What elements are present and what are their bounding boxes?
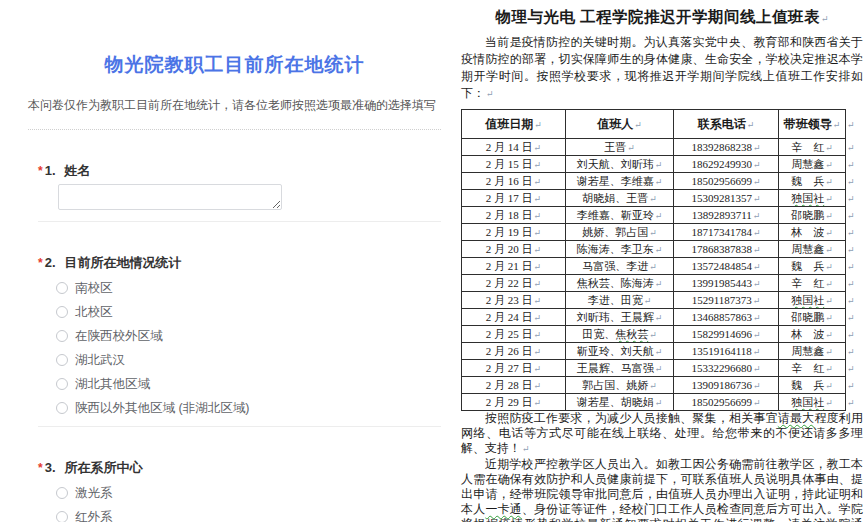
paragraph-mark-icon: ↵ bbox=[534, 398, 542, 408]
duty-date-cell: 2 月 22 日↵ bbox=[462, 275, 566, 292]
section-divider bbox=[38, 426, 441, 427]
paragraph-mark-icon: ↵ bbox=[753, 228, 761, 238]
paragraph-mark-icon: ↵ bbox=[753, 381, 761, 391]
paragraph-mark-icon: ↵ bbox=[825, 228, 833, 238]
paragraph-mark-icon: ↵ bbox=[649, 194, 657, 204]
phone-cell: 15291187373↵ bbox=[674, 292, 779, 309]
paragraph-mark-icon: ↵ bbox=[753, 160, 761, 170]
row-end-mark: ↵ bbox=[846, 110, 860, 139]
text-run: 靳亚玲、刘天航 bbox=[577, 345, 654, 357]
duty-date: 2 月 28 日 bbox=[486, 379, 533, 391]
row-end-mark: ↵ bbox=[846, 326, 860, 343]
duty-row: 2 月 21 日↵马富强、李进↵13572484854↵魏 兵↵↵ bbox=[462, 258, 860, 275]
answer-textarea[interactable] bbox=[58, 184, 282, 210]
duty-date-cell: 2 月 29 日↵ bbox=[462, 394, 566, 411]
text-run: 姚娇、郭占国 bbox=[582, 226, 648, 238]
doc-paragraphs-bottom: 按照防疫工作要求，为减少人员接触、聚集，相关事宜请最大程度利用网络、电话等方式尽… bbox=[461, 411, 863, 522]
leader-cell: 魏 兵↵ bbox=[779, 258, 846, 275]
survey-form-panel: 物光院教职工目前所在地统计 本问卷仅作为教职工目前所在地统计，请各位老师按照选项… bbox=[0, 0, 455, 522]
paragraph-mark-icon: ↵ bbox=[825, 160, 833, 170]
row-end-mark: ↵ bbox=[846, 241, 860, 258]
text-run: 周慧鑫 bbox=[791, 243, 824, 255]
phone-number: 17868387838 bbox=[691, 243, 752, 255]
paragraph-mark-icon: ↵ bbox=[753, 143, 761, 153]
text-run: 周慧鑫 bbox=[791, 345, 824, 357]
paragraph-mark-icon: ↵ bbox=[655, 177, 663, 187]
paragraph-mark-icon: ↵ bbox=[534, 313, 542, 323]
duty-date-cell: 2 月 17 日↵ bbox=[462, 190, 566, 207]
form-intro: 本问卷仅作为教职工目前所在地统计，请各位老师按照选项最准确的选择填写 bbox=[28, 97, 441, 113]
duty-row: 2 月 23 日↵李进、田宽↵15291187373↵独国社↵↵ bbox=[462, 292, 860, 309]
text-run: 独国社 bbox=[791, 192, 824, 204]
duty-row: 2 月 16 日↵谢若星、李维嘉↵18502956699↵魏 兵↵↵ bbox=[462, 173, 860, 190]
table-header-row: 值班日期↵值班人↵联系电话↵带班领导↵↵ bbox=[462, 110, 860, 139]
paragraph-mark-icon: ↵ bbox=[753, 177, 761, 187]
phone-number: 18502956699 bbox=[691, 396, 752, 408]
radio-option[interactable]: 湖北武汉 bbox=[56, 353, 441, 367]
paragraph-mark-icon: ↵ bbox=[821, 14, 829, 24]
paragraph-mark-icon: ↵ bbox=[825, 211, 833, 221]
row-end-mark: ↵ bbox=[846, 292, 860, 309]
table-header-cell: 带班领导↵ bbox=[779, 110, 846, 139]
question-header: *1.姓名 bbox=[38, 163, 441, 179]
radio-option[interactable]: 红外系 bbox=[56, 510, 441, 522]
duty-date: 2 月 19 日 bbox=[486, 226, 533, 238]
paragraph-mark-icon: ↵ bbox=[649, 262, 657, 272]
paragraph-mark-icon: ↵ bbox=[833, 120, 841, 130]
phone-cell: 18392868238↵ bbox=[674, 139, 779, 156]
radio-option[interactable]: 陕西以外其他区域 (非湖北区域) bbox=[56, 401, 441, 415]
duty-date: 2 月 20 日 bbox=[486, 243, 533, 255]
text-run: 焦秋芸 bbox=[615, 328, 648, 340]
question-label: 所在系所中心 bbox=[65, 460, 143, 475]
text-run: 魏 兵 bbox=[791, 175, 824, 187]
row-end-mark: ↵ bbox=[846, 156, 860, 173]
phone-number: 15332296680 bbox=[691, 362, 752, 374]
duty-person-cell: 刘昕玮、王晨辉↵ bbox=[566, 309, 674, 326]
text-run: 周慧鑫 bbox=[791, 158, 824, 170]
phone-number: 18629249930 bbox=[691, 158, 752, 170]
phone-cell: 18629249930↵ bbox=[674, 156, 779, 173]
paragraph-mark-icon: ↵ bbox=[825, 143, 833, 153]
radio-option[interactable]: 北校区 bbox=[56, 305, 441, 319]
question-1: *1.姓名 bbox=[38, 163, 441, 210]
paragraph-mark-icon: ↵ bbox=[825, 347, 833, 357]
duty-date-cell: 2 月 15 日↵ bbox=[462, 156, 566, 173]
option-label: 陕西以外其他区域 (非湖北区域) bbox=[75, 401, 249, 415]
duty-person-cell: 王晋↵ bbox=[566, 139, 674, 156]
paragraph-mark-icon: ↵ bbox=[825, 381, 833, 391]
paragraph-mark-icon: ↵ bbox=[753, 194, 761, 204]
doc-paragraphs-top: 当前是疫情防控的关键时期。为认真落实党中央、教育部和陕西省关于疫情防控的部署，切… bbox=[461, 34, 863, 103]
option-label: 在陕西校外区域 bbox=[75, 329, 163, 343]
duty-row: 2 月 25 日↵田宽、焦秋芸↵15829914696↵林 波↵↵ bbox=[462, 326, 860, 343]
paragraph-mark-icon: ↵ bbox=[847, 194, 855, 204]
duty-date-cell: 2 月 18 日↵ bbox=[462, 207, 566, 224]
leader-cell: 周慧鑫↵ bbox=[779, 156, 846, 173]
phone-number: 15309281357 bbox=[691, 192, 752, 204]
radio-option[interactable]: 激光系 bbox=[56, 486, 441, 500]
leader-cell: 魏 兵↵ bbox=[779, 173, 846, 190]
phone-cell: 13909186736↵ bbox=[674, 377, 779, 394]
doc-paragraph: 近期学校严控教学区人员出入。如教工因公务确需前往教学区，教工本人需在确保有效防护… bbox=[461, 457, 863, 522]
duty-row: 2 月 29 日↵谢若星、胡晓娟↵18502956699↵独国社↵↵ bbox=[462, 394, 860, 411]
radio-option[interactable]: 在陕西校外区域 bbox=[56, 329, 441, 343]
paragraph-mark-icon: ↵ bbox=[847, 228, 855, 238]
text-run: 魏 兵 bbox=[791, 379, 824, 391]
leader-cell: 辛 红↵ bbox=[779, 360, 846, 377]
options-list: 南校区北校区在陕西校外区域湖北武汉湖北其他区域陕西以外其他区域 (非湖北区域) bbox=[56, 281, 441, 415]
duty-person-cell: 郭占国、姚娇↵ bbox=[566, 377, 674, 394]
row-end-mark: ↵ bbox=[846, 377, 860, 394]
duty-row: 2 月 28 日↵郭占国、姚娇↵13909186736↵魏 兵↵↵ bbox=[462, 377, 860, 394]
paragraph-mark-icon: ↵ bbox=[534, 160, 542, 170]
leader-cell: 林 波↵ bbox=[779, 326, 846, 343]
duty-person-cell: 靳亚玲、刘天航↵ bbox=[566, 343, 674, 360]
duty-row: 2 月 18 日↵李维嘉、靳亚玲↵13892893711↵邵晓鹏↵↵ bbox=[462, 207, 860, 224]
leader-cell: 辛 红↵ bbox=[779, 275, 846, 292]
radio-icon bbox=[56, 282, 68, 294]
leader-cell: 独国社↵ bbox=[779, 394, 846, 411]
paragraph-mark-icon: ↵ bbox=[655, 245, 663, 255]
text-run: 胡晓娟、王晋 bbox=[582, 192, 648, 204]
text-run: 刘天航、刘昕玮 bbox=[577, 158, 654, 170]
radio-option[interactable]: 南校区 bbox=[56, 281, 441, 295]
radio-option[interactable]: 湖北其他区域 bbox=[56, 377, 441, 391]
phone-cell: 15309281357↵ bbox=[674, 190, 779, 207]
